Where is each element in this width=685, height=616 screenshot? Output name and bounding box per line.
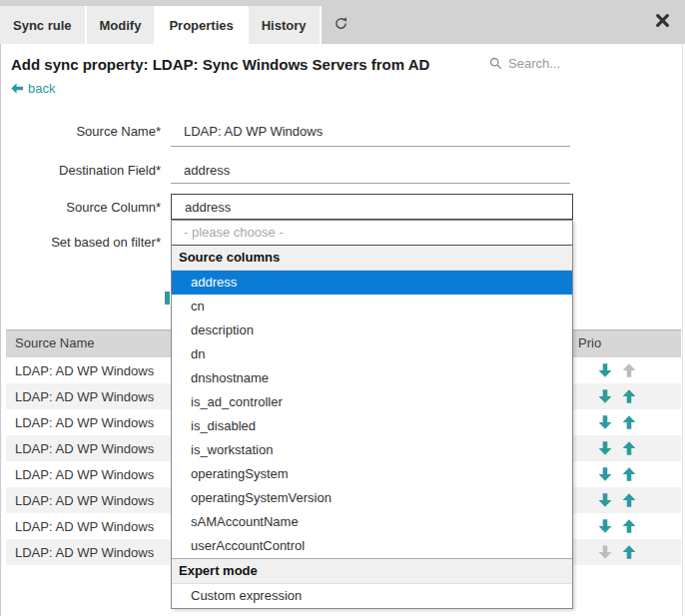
dropdown-option-samaccountname[interactable]: sAMAccountName — [172, 510, 572, 534]
priority-up-button[interactable] — [621, 362, 637, 378]
dropdown-option-operating-system-version[interactable]: operatingSystemVersion — [172, 486, 572, 510]
tab-modify[interactable]: Modify — [87, 6, 157, 44]
tab-history[interactable]: History — [249, 6, 322, 44]
priority-down-button[interactable] — [597, 362, 613, 378]
source-column-input[interactable] — [171, 194, 573, 220]
close-icon[interactable] — [655, 13, 671, 29]
dropdown-placeholder[interactable]: - please choose - — [172, 221, 572, 245]
row-source-name: LDAP: AD WP Windows — [15, 519, 154, 534]
dropdown-option-is-ad-controller[interactable]: is_ad_controller — [172, 390, 572, 414]
search-input[interactable] — [506, 55, 660, 72]
priority-down-button[interactable] — [597, 466, 613, 482]
dropdown-option-useraccountcontrol[interactable]: userAccountControl — [172, 534, 572, 558]
row-source-name: LDAP: AD WP Windows — [15, 441, 154, 456]
source-name-label: Source Name* — [1, 124, 161, 139]
priority-down-button[interactable] — [597, 492, 613, 508]
priority-up-button[interactable] — [621, 388, 637, 404]
priority-down-button[interactable] — [597, 414, 613, 430]
tab-label: Modify — [100, 18, 142, 33]
destination-field-label: Destination Field* — [1, 163, 161, 178]
refresh-button[interactable] — [322, 6, 360, 44]
back-link-label: back — [28, 81, 55, 96]
row-source-name: LDAP: AD WP Windows — [15, 467, 154, 482]
search-box — [489, 55, 660, 72]
priority-down-button[interactable] — [597, 440, 613, 456]
tab-sync-rule[interactable]: Sync rule — [0, 6, 87, 44]
column-header-prio: Prio — [578, 335, 601, 350]
dropdown-option-cn[interactable]: cn — [172, 295, 572, 318]
dropdown-header-source-columns: Source columns — [172, 245, 572, 271]
row-source-name: LDAP: AD WP Windows — [15, 493, 154, 508]
dropdown-option-is-workstation[interactable]: is_workstation — [172, 438, 572, 462]
set-based-on-filter-label: Set based on filter* — [1, 235, 161, 250]
priority-up-button[interactable] — [621, 440, 637, 456]
tab-properties[interactable]: Properties — [156, 6, 248, 44]
tab-label: Sync rule — [13, 18, 72, 33]
row-source-name: LDAP: AD WP Windows — [15, 545, 154, 560]
priority-up-button[interactable] — [621, 492, 637, 508]
source-name-underline — [171, 146, 570, 147]
destination-field-value[interactable]: address — [184, 163, 230, 178]
dropdown-header-expert-mode: Expert mode — [172, 558, 572, 584]
dropdown-option-dn[interactable]: dn — [172, 342, 572, 366]
priority-up-button[interactable] — [621, 518, 637, 534]
dropdown-option-is-disabled[interactable]: is_disabled — [172, 414, 572, 438]
dropdown-option-description[interactable]: description — [172, 318, 572, 342]
save-button-partial[interactable] — [165, 292, 170, 305]
priority-down-button[interactable] — [597, 518, 613, 534]
source-column-dropdown: - please choose - Source columns address… — [171, 220, 573, 609]
destination-field-underline — [171, 183, 570, 184]
search-icon — [489, 57, 502, 70]
tab-label: History — [262, 18, 307, 33]
dropdown-option-operating-system[interactable]: operatingSystem — [172, 462, 572, 486]
priority-up-button[interactable] — [621, 544, 637, 560]
row-source-name: LDAP: AD WP Windows — [15, 363, 154, 378]
row-source-name: LDAP: AD WP Windows — [15, 415, 154, 430]
column-header-source-name: Source Name — [15, 335, 94, 350]
dropdown-option-address[interactable]: address — [172, 271, 572, 295]
priority-down-button[interactable] — [597, 388, 613, 404]
dropdown-option-dnshostname[interactable]: dnshostname — [172, 366, 572, 390]
priority-down-button[interactable] — [597, 544, 613, 560]
source-name-value[interactable]: LDAP: AD WP Windows — [184, 124, 323, 139]
tab-bar: Sync rule Modify Properties History — [0, 0, 685, 44]
priority-up-button[interactable] — [621, 466, 637, 482]
source-column-label: Source Column* — [1, 200, 161, 215]
row-source-name: LDAP: AD WP Windows — [15, 389, 154, 404]
refresh-icon — [334, 16, 348, 35]
dropdown-option-custom-expression[interactable]: Custom expression — [172, 584, 572, 608]
properties-panel: Add sync property: LDAP: Sync Windows Se… — [0, 44, 683, 616]
page-title: Add sync property: LDAP: Sync Windows Se… — [11, 56, 429, 73]
priority-up-button[interactable] — [621, 414, 637, 430]
tab-label: Properties — [169, 18, 233, 33]
back-arrow-icon — [11, 82, 24, 95]
back-link[interactable]: back — [11, 81, 55, 96]
